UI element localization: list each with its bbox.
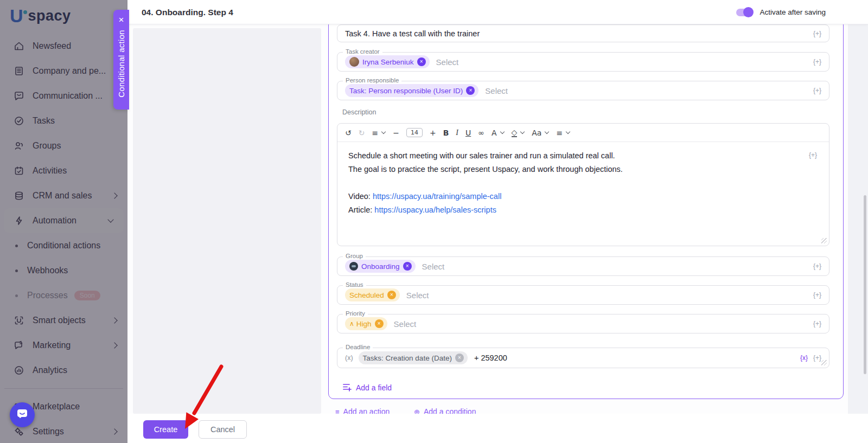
chip-label: Onboarding (361, 262, 400, 271)
conditional-action-modal: Task 4. Have a test call with the traine… (127, 0, 868, 443)
article-link[interactable]: https://uspacy.ua/help/sales-scripts (374, 206, 496, 214)
chevron-down-icon (500, 130, 504, 134)
modal-footer: Create Cancel (127, 414, 868, 443)
remove-chip-icon[interactable]: × (403, 262, 412, 271)
line-height-icon[interactable]: ≡ (372, 129, 378, 137)
modal-title: 04. Onboarding. Step 4 (142, 0, 233, 24)
insert-variable-icon[interactable]: {+} (813, 291, 821, 299)
insert-variable-icon[interactable]: {+} (813, 58, 821, 66)
remove-chip-icon[interactable]: × (466, 86, 475, 95)
modal-backdrop (0, 0, 127, 443)
tab-label: Conditional action (117, 30, 126, 98)
chip-label: Scheduled (349, 291, 384, 299)
close-icon[interactable]: × (119, 15, 124, 24)
field-label: Task creator (343, 48, 382, 55)
toggle-knob (743, 7, 754, 17)
workflow-panel (133, 28, 321, 414)
remove-chip-icon[interactable]: × (375, 319, 384, 328)
add-field-button[interactable]: Add a field (342, 382, 392, 393)
field-label: Person responsible (343, 77, 401, 84)
deadline-chip[interactable]: Tasks: Creation date (Date) × (359, 351, 468, 364)
chat-widget-button[interactable] (10, 402, 35, 427)
chip-label: High (356, 320, 372, 328)
scrollbar-thumb[interactable] (864, 195, 866, 374)
activate-toggle[interactable] (736, 9, 752, 16)
priority-field[interactable]: Priority ∧ High × Select {+} (337, 314, 829, 333)
formula-icon[interactable]: {x} (800, 354, 808, 362)
highlight-color-icon[interactable]: ◇ (512, 129, 518, 137)
person-responsible-chip[interactable]: Task: Person responsible (User ID) × (345, 84, 478, 97)
resize-handle[interactable] (821, 238, 827, 243)
redo-icon[interactable]: ↻ (359, 129, 365, 137)
font-size-increase-icon[interactable]: + (430, 129, 436, 137)
font-size-decrease-icon[interactable]: − (393, 129, 399, 137)
task-name-value: Task 4. Have a test call with the traine… (345, 29, 480, 38)
chevron-down-icon (566, 130, 570, 134)
select-placeholder: Select (436, 57, 459, 67)
chevron-down-icon (381, 130, 386, 134)
insert-variable-icon[interactable]: {+} (813, 354, 821, 362)
select-placeholder: Select (406, 291, 429, 300)
description-line: Schedule a short meeting with our sales … (348, 149, 818, 163)
chip-label: Task: Person responsible (User ID) (349, 87, 463, 95)
field-label: Group (343, 253, 366, 259)
bold-icon[interactable]: B (443, 129, 449, 137)
select-placeholder: Select (422, 262, 445, 271)
insert-variable-icon[interactable]: {+} (813, 320, 821, 328)
description-line: Article: https://uspacy.ua/help/sales-sc… (348, 203, 818, 217)
text-color-icon[interactable]: A (492, 129, 497, 137)
video-link[interactable]: https://uspacy.ua/training/sample-call (373, 192, 502, 201)
group-field[interactable]: Group Onboarding × Select {+} (337, 256, 829, 276)
font-family-icon[interactable]: Aa (532, 129, 541, 137)
insert-variable-icon[interactable]: {+} (813, 87, 821, 94)
chevron-down-icon (545, 130, 549, 134)
person-responsible-field[interactable]: Person responsible Task: Person responsi… (337, 81, 829, 100)
underline-icon[interactable]: U (465, 129, 471, 137)
description-label: Description (342, 108, 376, 116)
undo-icon[interactable]: ↺ (345, 129, 352, 137)
user-avatar (349, 57, 359, 67)
chat-bubble-icon (16, 407, 29, 422)
group-avatar (349, 262, 358, 271)
priority-high-icon: ∧ (349, 320, 354, 328)
scrollbar-track[interactable] (848, 24, 868, 443)
resize-handle[interactable] (821, 360, 827, 365)
description-line: The goal is to practice the script, pres… (348, 163, 818, 176)
deadline-formula[interactable]: + 259200 (474, 354, 507, 362)
add-field-icon (342, 382, 352, 393)
modal-header: 04. Onboarding. Step 4 Activate after sa… (127, 0, 868, 24)
priority-chip[interactable]: ∧ High × (345, 317, 387, 330)
remove-chip-icon[interactable]: × (455, 354, 464, 362)
deadline-field[interactable]: Deadline (x) Tasks: Creation date (Date)… (337, 348, 829, 368)
status-chip[interactable]: Scheduled × (345, 288, 400, 301)
chip-label: Tasks: Creation date (Date) (363, 354, 452, 362)
description-line: Video: https://uspacy.ua/training/sample… (348, 190, 818, 203)
align-icon[interactable]: ≡ (556, 129, 563, 137)
description-content[interactable]: Schedule a short meeting with our sales … (337, 142, 829, 224)
task-creator-chip[interactable]: Iryna Serbeniuk × (345, 55, 430, 68)
status-field[interactable]: Status Scheduled × Select {+} (337, 285, 829, 305)
task-creator-field[interactable]: Task creator Iryna Serbeniuk × Select {+… (337, 52, 829, 72)
remove-chip-icon[interactable]: × (387, 291, 396, 299)
chevron-down-icon (520, 130, 525, 134)
field-label: Priority (343, 310, 368, 317)
insert-variable-icon[interactable]: {+} (813, 262, 821, 270)
cancel-button[interactable]: Cancel (199, 420, 247, 439)
select-placeholder: Select (394, 319, 417, 329)
task-name-field[interactable]: Task 4. Have a test call with the traine… (337, 24, 829, 42)
description-editor[interactable]: ↺ ↻ ≡ − 14 + B I U ∞ A ◇ Aa ≡ Schedule a… (337, 123, 829, 246)
add-field-label: Add a field (356, 383, 392, 392)
create-button[interactable]: Create (143, 420, 188, 439)
insert-variable-icon[interactable]: {+} (813, 30, 821, 37)
link-icon[interactable]: ∞ (478, 129, 484, 137)
insert-variable-icon[interactable]: {+} (809, 149, 817, 162)
group-chip[interactable]: Onboarding × (345, 260, 416, 273)
font-size-value[interactable]: 14 (406, 128, 423, 137)
chip-label: Iryna Serbeniuk (362, 58, 414, 66)
field-label: Deadline (343, 344, 373, 350)
remove-chip-icon[interactable]: × (417, 57, 426, 66)
italic-icon[interactable]: I (456, 129, 458, 137)
field-label: Status (343, 281, 366, 288)
conditional-action-tab[interactable]: × Conditional action (113, 10, 129, 110)
variable-icon: (x) (345, 354, 353, 362)
